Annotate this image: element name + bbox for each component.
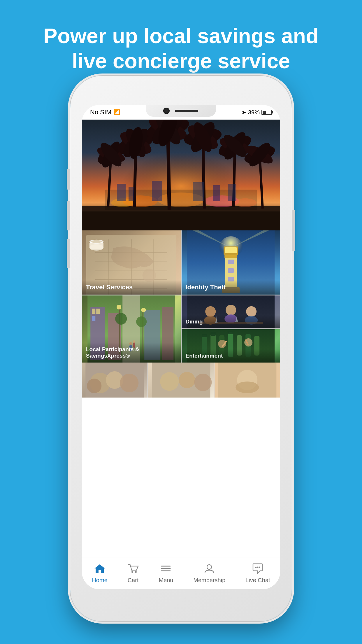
phone-mockup: No SIM 📶 2:32 PM ➤ 39% — [70, 76, 292, 621]
battery-indicator — [261, 110, 272, 115]
partial-illustration-1 — [82, 363, 147, 398]
local-label: Local Participants & SavingsXpress® — [82, 343, 181, 363]
category-tile-dining[interactable]: Dining — [182, 295, 280, 328]
partial-illustration-3 — [215, 363, 280, 398]
svg-rect-74 — [92, 309, 95, 314]
battery-bar — [261, 110, 272, 115]
coffee-cup-icon — [85, 233, 108, 254]
nav-item-home[interactable]: Home — [92, 563, 107, 584]
svg-rect-46 — [228, 184, 236, 201]
svg-point-116 — [120, 374, 138, 392]
battery-percent: 39% — [248, 109, 260, 116]
category-tile-identity[interactable]: Identity Theft — [182, 230, 280, 295]
svg-rect-41 — [117, 184, 126, 201]
svg-point-119 — [160, 372, 179, 391]
svg-rect-42 — [129, 187, 134, 201]
svg-point-89 — [133, 340, 135, 343]
identity-label: Identity Theft — [182, 280, 280, 295]
nav-item-livechat[interactable]: Live Chat — [245, 563, 270, 584]
svg-point-60 — [91, 240, 102, 243]
svg-rect-100 — [202, 334, 207, 337]
status-left: No SIM 📶 — [90, 108, 120, 116]
svg-point-93 — [226, 305, 236, 315]
category-tile-local[interactable]: Local Participants & SavingsXpress® — [82, 295, 181, 363]
dining-label: Dining — [182, 315, 280, 328]
bottom-nav: Home Cart — [82, 557, 280, 589]
svg-rect-102 — [210, 332, 216, 336]
nav-item-cart[interactable]: Cart — [128, 563, 139, 584]
wifi-icon: 📶 — [114, 109, 120, 116]
svg-point-120 — [179, 372, 195, 388]
svg-point-133 — [259, 566, 260, 568]
hero-headline: Power up local savings and live concierg… — [0, 0, 362, 85]
partial-tile-2[interactable] — [148, 363, 214, 398]
svg-point-121 — [194, 374, 212, 391]
svg-rect-76 — [92, 316, 95, 321]
scrollable-content: Travel Services — [82, 120, 280, 557]
home-label: Home — [92, 577, 107, 584]
battery-fill — [263, 111, 266, 114]
nav-item-membership[interactable]: Membership — [193, 563, 225, 584]
right-column: Dining — [182, 295, 280, 363]
speaker-slot — [175, 110, 198, 112]
nav-item-menu[interactable]: Menu — [159, 563, 173, 584]
svg-rect-75 — [96, 309, 100, 314]
hero-image — [82, 120, 280, 230]
svg-rect-66 — [228, 260, 234, 264]
svg-point-126 — [135, 571, 137, 573]
membership-icon — [204, 563, 215, 575]
palm-trees — [82, 120, 280, 230]
svg-rect-43 — [152, 181, 162, 201]
svg-point-131 — [255, 566, 257, 568]
svg-rect-44 — [193, 182, 204, 201]
categories-grid: Travel Services — [82, 230, 280, 363]
membership-label: Membership — [193, 577, 225, 584]
livechat-label: Live Chat — [245, 577, 270, 584]
home-icon — [94, 563, 106, 575]
svg-rect-67 — [228, 268, 234, 273]
partial-illustration-2 — [148, 363, 214, 398]
status-right: ➤ 39% — [241, 109, 272, 116]
svg-point-81 — [117, 305, 121, 309]
svg-point-124 — [236, 382, 259, 393]
svg-point-83 — [141, 308, 146, 312]
menu-label: Menu — [159, 577, 173, 584]
partial-tile-3[interactable] — [215, 363, 280, 398]
menu-icon — [160, 563, 171, 575]
camera-dot — [164, 108, 169, 113]
svg-point-117 — [87, 379, 101, 393]
cart-icon — [128, 563, 139, 575]
svg-rect-70 — [225, 247, 237, 253]
category-tile-travel[interactable]: Travel Services — [82, 230, 181, 295]
svg-point-130 — [207, 565, 212, 569]
livechat-icon — [252, 563, 263, 575]
svg-point-132 — [257, 566, 259, 568]
svg-point-9 — [233, 198, 257, 207]
category-tile-entertainment[interactable]: Entertainment — [182, 329, 280, 363]
carrier-text: No SIM — [90, 108, 111, 116]
cart-label: Cart — [128, 577, 139, 584]
svg-point-85 — [136, 316, 147, 327]
entertainment-label: Entertainment — [182, 349, 280, 363]
svg-rect-105 — [228, 331, 233, 334]
svg-point-84 — [115, 313, 127, 325]
partial-bottom-row — [82, 363, 280, 398]
location-icon: ➤ — [241, 109, 246, 116]
svg-point-125 — [131, 571, 133, 573]
svg-rect-45 — [213, 185, 220, 201]
phone-notch — [146, 105, 216, 117]
partial-tile-1[interactable] — [82, 363, 147, 398]
phone-screen: No SIM 📶 2:32 PM ➤ 39% — [82, 105, 280, 589]
travel-label: Travel Services — [82, 280, 181, 295]
